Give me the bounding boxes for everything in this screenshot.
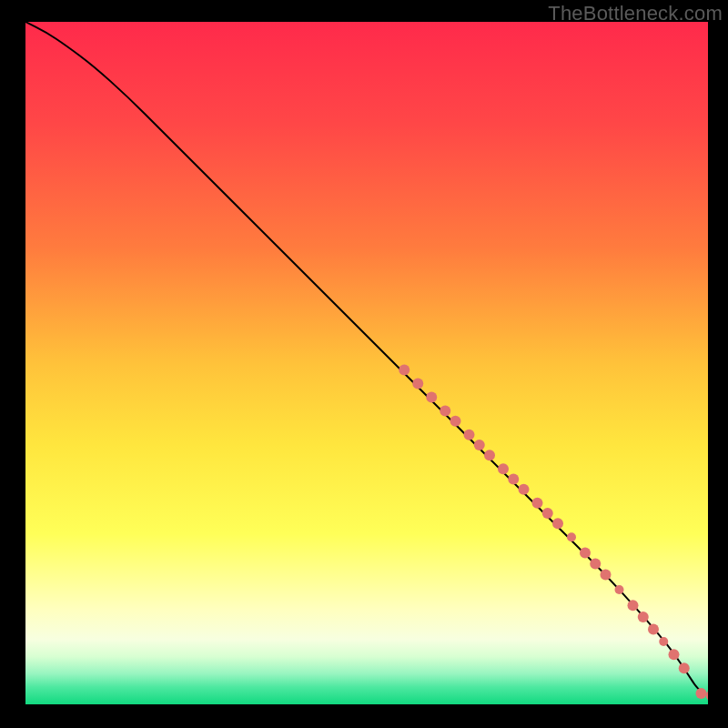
data-marker [659,637,668,646]
data-marker [440,406,450,417]
gradient-background [25,22,708,704]
data-marker [628,600,639,611]
data-marker [615,585,624,594]
plot-area [25,22,708,704]
data-marker [590,559,601,570]
data-marker [580,548,591,559]
data-marker [552,518,563,529]
data-marker [464,430,475,440]
data-marker [638,612,649,622]
chart-svg [25,22,708,704]
data-marker [601,570,612,581]
chart-frame: TheBottleneck.com [0,0,728,728]
data-marker [679,662,690,673]
data-marker [426,392,437,403]
data-marker [542,508,553,519]
data-marker [450,416,461,427]
data-marker [508,474,519,485]
data-marker [412,379,423,389]
data-marker [474,440,485,450]
data-marker [532,498,543,509]
data-marker [399,365,410,376]
data-marker [519,484,530,495]
data-marker [484,450,495,460]
data-marker [648,624,659,635]
data-marker [696,688,707,699]
data-marker [498,463,509,474]
data-marker [669,649,680,660]
data-marker [567,532,576,541]
